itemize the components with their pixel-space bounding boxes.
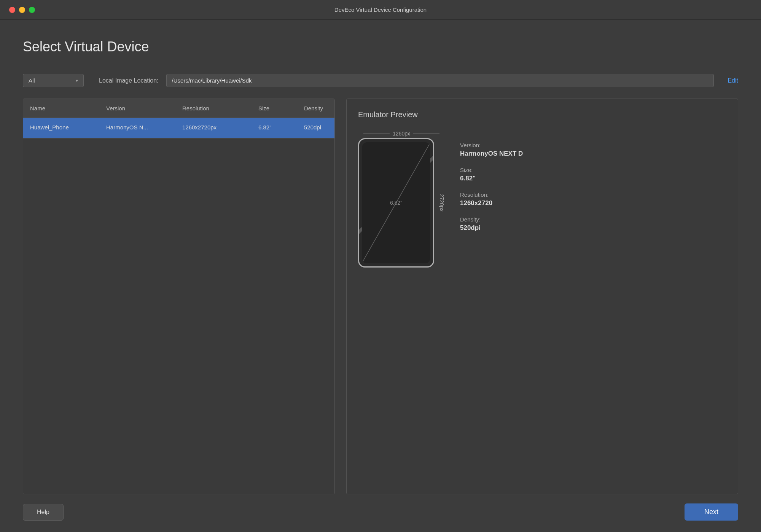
- cell-name: Huawei_Phone: [23, 118, 99, 138]
- emulator-preview: Emulator Preview 1260px: [346, 99, 738, 494]
- width-dimension: 1260px: [363, 131, 439, 137]
- table-body: Huawei_Phone HarmonyOS N... 1260x2720px …: [23, 118, 334, 494]
- spec-version: Version: HarmonyOS NEXT D: [460, 142, 523, 158]
- version-spec-value: HarmonyOS NEXT D: [460, 150, 523, 158]
- dropdown-value: All: [29, 77, 35, 84]
- col-resolution: Resolution: [175, 99, 252, 118]
- width-label: 1260px: [390, 131, 413, 137]
- resolution-spec-label: Resolution:: [460, 191, 523, 198]
- spec-size: Size: 6.82": [460, 167, 523, 182]
- col-name: Name: [23, 99, 99, 118]
- window-controls: [9, 7, 35, 13]
- phone-frame: 6.82": [358, 138, 434, 268]
- location-input[interactable]: [166, 74, 714, 87]
- resolution-spec-value: 1260x2720: [460, 199, 523, 207]
- spec-density: Density: 520dpi: [460, 216, 523, 232]
- size-spec-label: Size:: [460, 167, 523, 173]
- category-dropdown[interactable]: All ▾: [23, 74, 84, 87]
- table-row[interactable]: Huawei_Phone HarmonyOS N... 1260x2720px …: [23, 118, 334, 139]
- height-dimension: 2720px: [439, 138, 445, 268]
- window-title: DevEco Virtual Device Configuration: [334, 6, 427, 13]
- filter-row: All ▾ Local Image Location: Edit: [23, 74, 738, 87]
- preview-content: 1260px 6.82": [358, 131, 726, 483]
- next-button[interactable]: Next: [685, 503, 738, 521]
- chevron-down-icon: ▾: [76, 78, 78, 83]
- page-title: Select Virtual Device: [23, 39, 738, 55]
- spec-resolution: Resolution: 1260x2720: [460, 191, 523, 207]
- main-content: Select Virtual Device All ▾ Local Image …: [0, 20, 761, 532]
- col-density: Density: [297, 99, 335, 118]
- maximize-button[interactable]: [29, 7, 35, 13]
- device-table: Name Version Resolution Size Density Act…: [23, 99, 335, 494]
- main-area: Name Version Resolution Size Density Act…: [23, 99, 738, 494]
- cell-version: HarmonyOS N...: [99, 118, 175, 138]
- phone-visual: 1260px 6.82": [358, 131, 445, 483]
- close-button[interactable]: [9, 7, 15, 13]
- help-button[interactable]: Help: [23, 504, 64, 521]
- density-spec-value: 520dpi: [460, 224, 523, 232]
- table-header: Name Version Resolution Size Density Act…: [23, 99, 334, 118]
- cell-density: 520dpi: [297, 118, 335, 138]
- dimension-row: 6.82" 2720px: [358, 138, 445, 268]
- location-label: Local Image Location:: [99, 77, 159, 84]
- col-version: Version: [99, 99, 175, 118]
- minimize-button[interactable]: [19, 7, 25, 13]
- titlebar: DevEco Virtual Device Configuration: [0, 0, 761, 20]
- density-spec-label: Density:: [460, 216, 523, 223]
- col-size: Size: [252, 99, 297, 118]
- edit-link[interactable]: Edit: [728, 77, 738, 84]
- height-label: 2720px: [439, 193, 445, 213]
- version-spec-label: Version:: [460, 142, 523, 148]
- footer: Help Next: [23, 494, 738, 521]
- device-specs: Version: HarmonyOS NEXT D Size: 6.82" Re…: [460, 142, 523, 483]
- preview-title: Emulator Preview: [358, 110, 726, 119]
- main-window: DevEco Virtual Device Configuration Sele…: [0, 0, 761, 532]
- phone-screen: 6.82": [362, 142, 430, 263]
- size-label: 6.82": [390, 200, 402, 206]
- cell-resolution: 1260x2720px: [175, 118, 252, 138]
- cell-size: 6.82": [252, 118, 297, 138]
- size-spec-value: 6.82": [460, 175, 523, 182]
